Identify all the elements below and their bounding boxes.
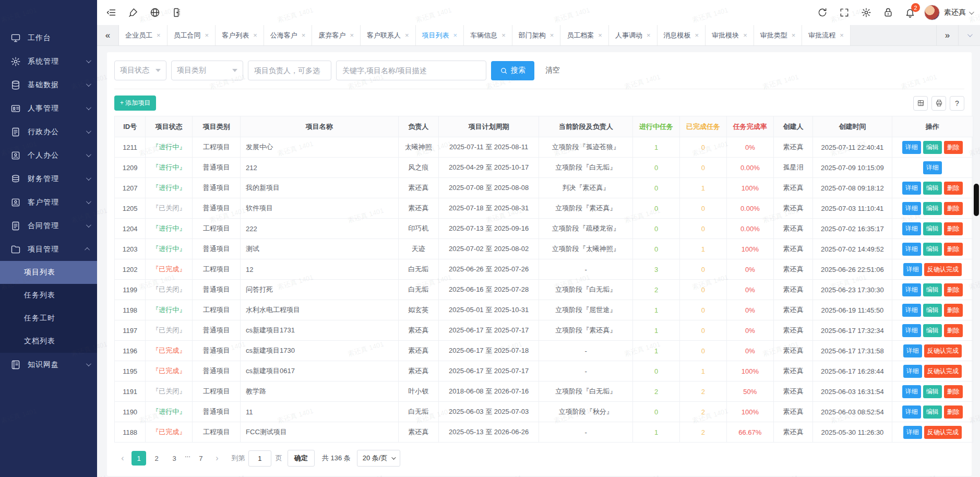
edit-button[interactable]: 编辑 [923, 243, 942, 256]
sidebar-item-personal-office[interactable]: 个人办公 [0, 144, 97, 167]
page-size-select[interactable]: 20 条/页 [357, 450, 401, 467]
print-button[interactable] [931, 96, 946, 111]
delete-button[interactable]: 删除 [944, 385, 963, 398]
delete-button[interactable]: 删除 [944, 324, 963, 337]
page-button[interactable]: 2 [149, 451, 164, 466]
sidebar-item-basic-data[interactable]: 基础数据 [0, 73, 97, 97]
collapse-sidebar-button[interactable] [100, 0, 122, 25]
detail-button[interactable]: 详细 [902, 406, 921, 419]
tab-item[interactable]: 员工合同 × [168, 25, 216, 45]
tab-item[interactable]: 审批流程 × [802, 25, 851, 45]
layout-door-button[interactable] [166, 0, 188, 25]
sidebar-subitem-doc-list[interactable]: 文档列表 [0, 330, 97, 353]
delete-button[interactable]: 删除 [944, 243, 963, 256]
tab-item[interactable]: 员工档案 × [560, 25, 609, 45]
detail-button[interactable]: 详细 [903, 263, 922, 276]
sidebar-item-hr[interactable]: 人事管理 [0, 97, 97, 120]
edit-button[interactable]: 编辑 [923, 324, 942, 337]
edit-button[interactable]: 编辑 [923, 141, 942, 154]
keyword-input[interactable] [336, 61, 486, 80]
sidebar-item-project[interactable]: 项目管理 [0, 237, 97, 261]
tab-close-icon[interactable]: × [695, 31, 699, 39]
page-button[interactable]: 1 [132, 451, 146, 466]
delete-button[interactable]: 删除 [944, 304, 963, 317]
tab-item[interactable]: 车辆信息 × [464, 25, 512, 45]
delete-button[interactable]: 删除 [944, 222, 963, 235]
edit-button[interactable]: 编辑 [923, 202, 942, 215]
edit-button[interactable]: 编辑 [923, 406, 942, 419]
tab-close-icon[interactable]: × [647, 31, 651, 39]
tab-item[interactable]: 废弃客户 × [312, 25, 361, 45]
unconfirm-button[interactable]: 反确认完成 [924, 365, 962, 378]
settings-gear-button[interactable] [855, 0, 877, 25]
detail-button[interactable]: 详细 [903, 344, 922, 357]
detail-button[interactable]: 详细 [902, 243, 921, 256]
theme-brush-button[interactable] [122, 0, 144, 25]
detail-button[interactable]: 详细 [902, 222, 921, 235]
tab-close-icon[interactable]: × [598, 31, 602, 39]
detail-button[interactable]: 详细 [923, 161, 942, 174]
tab-close-icon[interactable]: × [743, 31, 747, 39]
delete-button[interactable]: 删除 [944, 141, 963, 154]
edit-button[interactable]: 编辑 [923, 304, 942, 317]
delete-button[interactable]: 删除 [944, 406, 963, 419]
detail-button[interactable]: 详细 [902, 202, 921, 215]
sidebar-subitem-task-list[interactable]: 任务列表 [0, 284, 97, 307]
pagination-next-button[interactable]: › [210, 451, 224, 466]
edit-button[interactable]: 编辑 [923, 283, 942, 296]
edit-button[interactable]: 编辑 [923, 385, 942, 398]
add-project-button[interactable]: + 添加项目 [114, 96, 156, 111]
tabs-scroll-right-button[interactable]: » [936, 25, 958, 45]
delete-button[interactable]: 删除 [944, 202, 963, 215]
project-category-select[interactable]: 项目类别 [171, 61, 243, 80]
tab-close-icon[interactable]: × [453, 31, 458, 39]
project-owner-input[interactable] [248, 61, 331, 80]
jump-page-input[interactable] [248, 450, 271, 467]
detail-button[interactable]: 详细 [902, 304, 921, 317]
tab-close-icon[interactable]: × [792, 31, 796, 39]
unconfirm-button[interactable]: 反确认完成 [924, 263, 962, 276]
sidebar-item-system[interactable]: 系统管理 [0, 50, 97, 73]
edit-button[interactable]: 编辑 [923, 182, 942, 195]
tab-item[interactable]: 人事调动 × [609, 25, 658, 45]
detail-button[interactable]: 详细 [902, 182, 921, 195]
delete-button[interactable]: 删除 [944, 283, 963, 296]
tab-close-icon[interactable]: × [253, 31, 257, 39]
help-button[interactable]: ? [950, 96, 964, 111]
sidebar-item-knowledge[interactable]: 知识网盘 [0, 353, 97, 376]
sidebar-item-customer[interactable]: 客户管理 [0, 190, 97, 214]
sidebar-subitem-task-hours[interactable]: 任务工时 [0, 307, 97, 330]
tab-close-icon[interactable]: × [550, 31, 554, 39]
detail-button[interactable]: 详细 [902, 324, 921, 337]
detail-button[interactable]: 详细 [902, 385, 921, 398]
unconfirm-button[interactable]: 反确认完成 [924, 426, 962, 439]
tab-item[interactable]: 客户列表 × [216, 25, 264, 45]
scrollbar-thumb[interactable] [974, 184, 979, 216]
refresh-button[interactable] [811, 0, 833, 25]
sidebar-subitem-project-list[interactable]: 项目列表 [0, 261, 97, 284]
unconfirm-button[interactable]: 反确认完成 [924, 344, 962, 357]
tab-item[interactable]: 企业员工 × [119, 25, 168, 45]
tab-close-icon[interactable]: × [840, 31, 844, 39]
tab-item[interactable]: 公海客户 × [264, 25, 313, 45]
sidebar-item-admin-office[interactable]: 行政办公 [0, 120, 97, 144]
delete-button[interactable]: 删除 [944, 182, 963, 195]
tab-close-icon[interactable]: × [501, 31, 506, 39]
search-button[interactable]: 搜索 [491, 61, 534, 80]
lock-screen-button[interactable] [877, 0, 899, 25]
tab-item[interactable]: 客户联系人 × [361, 25, 416, 45]
tab-close-icon[interactable]: × [302, 31, 306, 39]
tab-item[interactable]: 部门架构 × [512, 25, 561, 45]
detail-button[interactable]: 详细 [902, 141, 921, 154]
notifications-bell-button[interactable]: 2 [899, 0, 921, 25]
tab-item[interactable]: 审批模块 × [706, 25, 754, 45]
column-settings-button[interactable] [913, 96, 928, 111]
project-status-select[interactable]: 项目状态 [114, 61, 166, 80]
tab-close-icon[interactable]: × [350, 31, 354, 39]
tab-close-icon[interactable]: × [405, 31, 409, 39]
page-button[interactable]: 7 [194, 451, 208, 466]
tab-close-icon[interactable]: × [157, 31, 161, 39]
fullscreen-button[interactable] [833, 0, 855, 25]
tab-item[interactable]: 审批类型 × [754, 25, 803, 45]
tab-item[interactable]: 项目列表 × [416, 25, 464, 45]
